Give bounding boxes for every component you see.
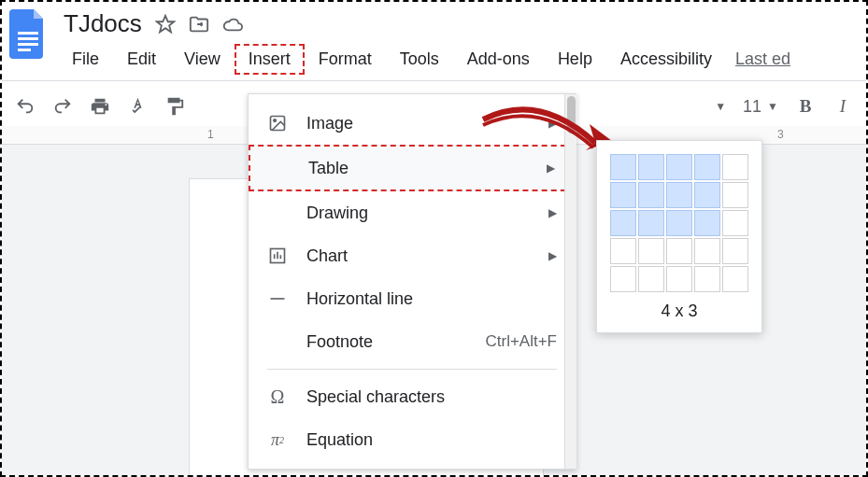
table-cell[interactable] — [694, 154, 720, 180]
table-cell[interactable] — [638, 238, 664, 264]
divider — [2, 80, 866, 81]
ruler-mark-3: 3 — [777, 128, 784, 141]
document-title[interactable]: TJdocs — [64, 9, 142, 38]
insert-equation[interactable]: π2 Equation — [249, 418, 576, 461]
table-cell[interactable] — [610, 182, 636, 208]
table-grid[interactable] — [610, 154, 748, 292]
docs-logo-icon — [9, 9, 47, 59]
spellcheck-icon[interactable] — [127, 96, 148, 117]
chart-icon — [267, 246, 288, 266]
table-cell[interactable] — [610, 210, 636, 236]
scroll-thumb[interactable] — [567, 96, 576, 133]
ruler-mark-1: 1 — [207, 128, 214, 141]
menu-separator — [267, 369, 557, 370]
table-size-picker: 4 x 3 — [596, 140, 762, 333]
insert-special-characters[interactable]: Ω Special characters — [249, 375, 576, 418]
menu-tools[interactable]: Tools — [386, 44, 453, 75]
svg-rect-3 — [18, 49, 31, 51]
insert-footnote[interactable]: Footnote Ctrl+Alt+F — [249, 320, 576, 363]
table-cell[interactable] — [722, 266, 748, 292]
table-size-label: 4 x 3 — [610, 302, 748, 321]
move-to-folder-icon[interactable] — [189, 14, 209, 35]
cloud-status-icon[interactable] — [222, 14, 243, 35]
redo-icon[interactable] — [52, 96, 73, 117]
table-cell[interactable] — [666, 266, 692, 292]
table-cell[interactable] — [722, 210, 748, 236]
table-cell[interactable] — [638, 182, 664, 208]
chevron-right-icon: ▶ — [547, 161, 555, 175]
italic-button[interactable]: I — [832, 96, 853, 117]
table-cell[interactable] — [666, 182, 692, 208]
horizontal-line-icon — [267, 288, 288, 309]
menu-help[interactable]: Help — [544, 44, 606, 75]
table-cell[interactable] — [638, 266, 664, 292]
chevron-right-icon: ▶ — [548, 117, 557, 130]
last-edit-link[interactable]: Last ed — [735, 49, 790, 69]
menubar: File Edit View Insert Format Tools Add-o… — [58, 44, 859, 75]
insert-special-label: Special characters — [306, 387, 557, 407]
table-cell[interactable] — [666, 238, 692, 264]
menu-format[interactable]: Format — [305, 44, 386, 75]
star-icon[interactable] — [155, 14, 176, 35]
font-size-value: 11 — [743, 97, 761, 117]
insert-horizontal-line[interactable]: Horizontal line — [249, 277, 576, 320]
svg-rect-0 — [18, 32, 38, 35]
pi-squared-icon: π2 — [267, 429, 288, 450]
insert-image-label: Image — [306, 114, 530, 133]
table-cell[interactable] — [638, 210, 664, 236]
insert-footnote-label: Footnote — [306, 332, 466, 352]
insert-menu-dropdown: Image ▶ Table ▶ Drawing ▶ Chart ▶ Horizo… — [248, 93, 576, 470]
table-cell[interactable] — [722, 154, 748, 180]
table-cell[interactable] — [610, 266, 636, 292]
paint-format-icon[interactable] — [164, 96, 185, 117]
table-cell[interactable] — [638, 154, 664, 180]
menu-file[interactable]: File — [58, 44, 113, 75]
table-cell[interactable] — [694, 238, 720, 264]
insert-drawing[interactable]: Drawing ▶ — [249, 191, 576, 234]
svg-rect-2 — [18, 43, 38, 46]
footnote-shortcut: Ctrl+Alt+F — [485, 332, 557, 351]
svg-rect-1 — [18, 37, 38, 40]
bold-button[interactable]: B — [795, 96, 816, 117]
table-cell[interactable] — [694, 210, 720, 236]
table-cell[interactable] — [694, 266, 720, 292]
insert-table[interactable]: Table ▶ — [249, 145, 576, 191]
chevron-right-icon: ▶ — [548, 249, 557, 262]
image-icon — [267, 113, 288, 133]
menu-edit[interactable]: Edit — [113, 44, 170, 75]
styles-dropdown[interactable]: ▼ — [715, 100, 726, 113]
menu-accessibility[interactable]: Accessibility — [606, 44, 726, 75]
table-cell[interactable] — [666, 154, 692, 180]
font-size-dropdown[interactable]: 11 ▼ — [743, 97, 778, 117]
table-cell[interactable] — [722, 182, 748, 208]
menu-addons[interactable]: Add-ons — [453, 44, 544, 75]
insert-hline-label: Horizontal line — [306, 289, 557, 309]
omega-icon: Ω — [267, 386, 288, 407]
table-cell[interactable] — [694, 182, 720, 208]
menu-view[interactable]: View — [170, 44, 235, 75]
svg-point-5 — [274, 119, 277, 121]
table-cell[interactable] — [722, 238, 748, 264]
menu-scrollbar[interactable] — [564, 94, 576, 469]
table-cell[interactable] — [666, 210, 692, 236]
print-icon[interactable] — [90, 96, 110, 117]
insert-chart[interactable]: Chart ▶ — [249, 234, 576, 277]
insert-drawing-label: Drawing — [306, 203, 530, 223]
insert-equation-label: Equation — [306, 430, 557, 450]
insert-chart-label: Chart — [306, 246, 530, 266]
insert-table-label: Table — [308, 159, 528, 178]
table-cell[interactable] — [610, 154, 636, 180]
undo-icon[interactable] — [15, 96, 36, 117]
chevron-right-icon: ▶ — [548, 206, 557, 219]
menu-insert[interactable]: Insert — [235, 44, 305, 75]
table-cell[interactable] — [610, 238, 636, 264]
insert-image[interactable]: Image ▶ — [249, 102, 576, 145]
